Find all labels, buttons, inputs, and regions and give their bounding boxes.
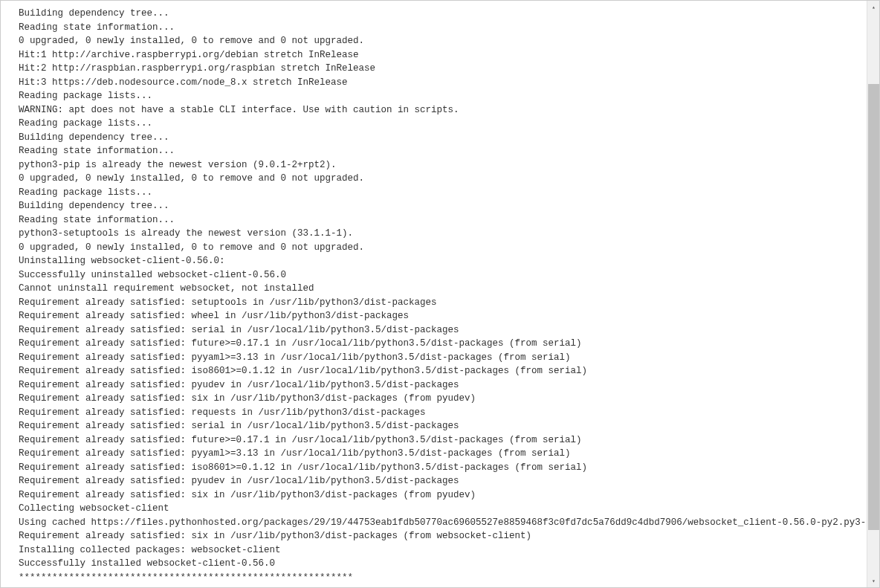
terminal-output[interactable]: Building dependency tree...Reading state… — [1, 1, 867, 587]
terminal-line: Reading state information... — [19, 213, 858, 227]
terminal-line: Requirement already satisfied: pyyaml>=3… — [19, 447, 858, 461]
terminal-line: Using cached https://files.pythonhosted.… — [19, 516, 858, 530]
terminal-line: 0 upgraded, 0 newly installed, 0 to remo… — [19, 241, 858, 255]
terminal-line: Requirement already satisfied: wheel in … — [19, 309, 858, 323]
terminal-line: Hit:2 http://raspbian.raspberrypi.org/ra… — [19, 62, 858, 76]
terminal-line: Reading package lists... — [19, 186, 858, 200]
scroll-up-arrow-icon[interactable]: ▴ — [867, 1, 880, 13]
terminal-line: Successfully installed websocket-client-… — [19, 557, 858, 571]
terminal-line: 0 upgraded, 0 newly installed, 0 to remo… — [19, 34, 858, 48]
terminal-window: Building dependency tree...Reading state… — [0, 0, 880, 588]
terminal-line: Requirement already satisfied: serial in… — [19, 323, 858, 337]
terminal-line: Reading package lists... — [19, 117, 858, 131]
terminal-line: Requirement already satisfied: pyyaml>=3… — [19, 351, 858, 365]
terminal-line: Successfully uninstalled websocket-clien… — [19, 268, 858, 282]
terminal-line: Building dependency tree... — [19, 131, 858, 145]
terminal-line: 0 upgraded, 0 newly installed, 0 to remo… — [19, 172, 858, 186]
scrollbar-track[interactable] — [867, 13, 879, 575]
vertical-scrollbar[interactable]: ▴ ▾ — [867, 1, 879, 587]
terminal-line: Requirement already satisfied: pyudev in… — [19, 378, 858, 392]
terminal-line: ****************************************… — [19, 571, 858, 585]
scroll-down-arrow-icon[interactable]: ▾ — [867, 575, 880, 587]
terminal-line: python3-setuptools is already the newest… — [19, 227, 858, 241]
terminal-line: Requirement already satisfied: six in /u… — [19, 529, 858, 543]
terminal-line: Cannot uninstall requirement websocket, … — [19, 282, 858, 296]
terminal-line: Installing collected packages: websocket… — [19, 543, 858, 558]
terminal-line: Building dependency tree... — [19, 7, 858, 21]
terminal-line: Collecting websocket-client — [19, 502, 858, 516]
terminal-line: Building dependency tree... — [19, 199, 858, 213]
terminal-line: Hit:3 https://deb.nodesource.com/node_8.… — [19, 76, 858, 90]
terminal-line: WARNING: apt does not have a stable CLI … — [19, 103, 858, 117]
terminal-line: Requirement already satisfied: six in /u… — [19, 392, 858, 406]
terminal-line: Requirement already satisfied: pyudev in… — [19, 474, 858, 488]
terminal-line: Reading state information... — [19, 21, 858, 35]
terminal-line: Requirement already satisfied: iso8601>=… — [19, 461, 858, 475]
terminal-line: Reading state information... — [19, 144, 858, 158]
terminal-line: Reading package lists... — [19, 89, 858, 103]
terminal-line: Hit:1 http://archive.raspberrypi.org/deb… — [19, 48, 858, 62]
terminal-line: Requirement already satisfied: serial in… — [19, 419, 858, 433]
terminal-line: Requirement already satisfied: iso8601>=… — [19, 364, 858, 378]
terminal-line: Requirement already satisfied: future>=0… — [19, 337, 858, 351]
scrollbar-thumb[interactable] — [868, 84, 879, 530]
terminal-line: Uninstalling websocket-client-0.56.0: — [19, 254, 858, 268]
terminal-line: Requirement already satisfied: requests … — [19, 406, 858, 420]
terminal-line: Requirement already satisfied: setuptool… — [19, 296, 858, 310]
terminal-line: Requirement already satisfied: six in /u… — [19, 488, 858, 503]
terminal-line: python3-pip is already the newest versio… — [19, 158, 858, 172]
terminal-line: Requirement already satisfied: future>=0… — [19, 433, 858, 448]
